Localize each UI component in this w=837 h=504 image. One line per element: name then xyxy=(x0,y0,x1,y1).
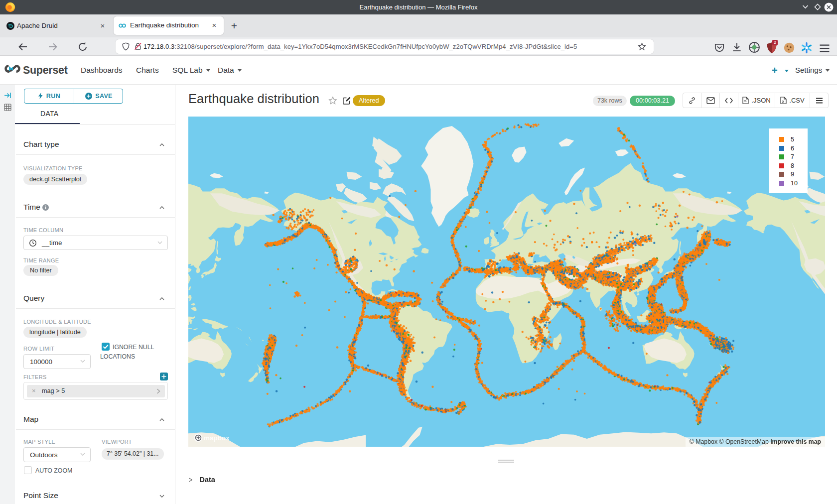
svg-text:mapbox: mapbox xyxy=(204,434,230,442)
